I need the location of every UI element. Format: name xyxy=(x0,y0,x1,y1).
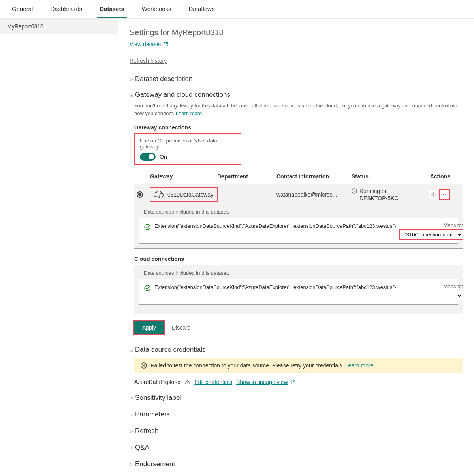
gateway-status: Running on DESKTOP-5KC xyxy=(359,187,415,202)
gateway-settings-button[interactable] xyxy=(429,190,438,199)
triangle-right-icon: ▷ xyxy=(130,77,133,82)
external-link-icon xyxy=(290,379,296,385)
ds-included-label: Data sources included in this dataset: xyxy=(144,209,463,215)
section-refresh-label: Refresh xyxy=(135,427,159,435)
page-title: Settings for MyReport0310 xyxy=(130,28,463,37)
triangle-down-icon: ◿ xyxy=(130,347,133,352)
tab-datasets[interactable]: Datasets xyxy=(97,6,127,18)
section-qna-label: Q&A xyxy=(135,444,149,452)
toggle-state: On xyxy=(160,154,167,160)
main-content: Settings for MyReport0310 View dataset R… xyxy=(118,19,474,476)
section-credentials[interactable]: ◿ Data source credentials xyxy=(130,346,463,354)
gateway-radio[interactable] xyxy=(137,191,143,198)
apply-button[interactable]: Apply xyxy=(134,321,164,334)
check-circle-icon xyxy=(144,224,150,230)
refresh-history-link[interactable]: Refresh history xyxy=(130,58,167,64)
gateway-toggle[interactable] xyxy=(140,153,156,161)
cloud-ds-included-label: Data sources included in this dataset: xyxy=(144,270,463,276)
section-refresh[interactable]: ▷ Refresh xyxy=(130,427,463,435)
cloud-maps-to-label: Maps to: xyxy=(444,283,463,289)
show-lineage-link[interactable]: Show in lineage view xyxy=(236,379,296,385)
gateway-table: Gateway Department Contact information S… xyxy=(134,170,463,249)
section-qna[interactable]: ▷ Q&A xyxy=(130,444,463,452)
cloud-gateway-icon xyxy=(153,190,164,199)
col-contact: Contact information xyxy=(276,173,352,180)
cloud-datasource-box: Extension{"extensionDataSourceKind":"Azu… xyxy=(139,279,458,305)
gateway-connections-heading: Gateway connections xyxy=(134,124,463,131)
tab-general[interactable]: General xyxy=(9,6,35,18)
sidebar-item-myreport[interactable]: MyReport0310 xyxy=(0,19,118,34)
gateway-contact: watanabeaiko@micros... xyxy=(276,191,352,198)
gateway-row: 0310DataGateway watanabeaiko@micros... R… xyxy=(134,184,463,206)
section-sensitivity[interactable]: ▷ Sensitivity label xyxy=(130,394,463,402)
triangle-right-icon: ▷ xyxy=(130,445,133,450)
warning-learn-more-link[interactable]: Learn more xyxy=(345,362,374,369)
warning-text: Failed to test the connection to your da… xyxy=(151,362,344,369)
section-sensitivity-label: Sensitivity label xyxy=(135,394,181,402)
section-credentials-label: Data source credentials xyxy=(135,346,206,354)
credential-source-row: AzureDataExplorer Edit credentials Show … xyxy=(134,379,463,385)
discard-button[interactable]: Discard xyxy=(172,324,190,331)
gateway-expand-button[interactable] xyxy=(440,190,449,199)
maps-to-select[interactable]: 0310Connection-name xyxy=(400,230,463,239)
chevron-down-icon xyxy=(442,192,447,197)
triangle-right-icon: ▷ xyxy=(130,462,133,467)
credentials-warning: Failed to test the connection to your da… xyxy=(134,358,463,373)
svg-point-1 xyxy=(433,194,434,195)
gateway-help-text: You don't need a gateway for this datase… xyxy=(134,102,463,117)
external-link-icon xyxy=(164,42,168,47)
section-gateway-label: Gateway and cloud connections xyxy=(135,91,230,99)
cloud-connections-heading: Cloud connections xyxy=(134,256,463,262)
gear-icon xyxy=(431,192,436,197)
sidebar: MyReport0310 xyxy=(0,19,118,476)
error-icon xyxy=(141,362,147,369)
section-description[interactable]: ▷ Dataset description xyxy=(130,75,463,83)
section-endorsement[interactable]: ▷ Endorsement xyxy=(130,460,463,468)
section-parameters-label: Parameters xyxy=(135,410,170,418)
section-gateway[interactable]: ◿ Gateway and cloud connections xyxy=(130,91,463,99)
view-dataset-link[interactable]: View dataset xyxy=(130,41,168,47)
view-dataset-label: View dataset xyxy=(130,41,161,47)
learn-more-link[interactable]: Learn more xyxy=(176,111,202,116)
check-circle-icon xyxy=(144,285,150,291)
toggle-label: Use an On-premises or VNet data gateway xyxy=(140,138,235,150)
credential-source-name: AzureDataExplorer xyxy=(134,379,181,385)
warning-triangle-icon xyxy=(185,379,190,385)
datasource-box: Extension{"extensionDataSourceKind":"Azu… xyxy=(139,218,458,244)
status-check-icon xyxy=(352,188,357,194)
tab-dashboards[interactable]: Dashboards xyxy=(48,6,85,18)
tabs-bar: General Dashboards Datasets Workbooks Da… xyxy=(0,0,474,19)
col-gateway: Gateway xyxy=(150,173,217,180)
gateway-name-cell[interactable]: 0310DataGateway xyxy=(150,188,217,201)
triangle-down-icon: ◿ xyxy=(130,92,133,97)
maps-to-label: Maps to: xyxy=(444,222,463,228)
triangle-right-icon: ▷ xyxy=(130,429,133,434)
cloud-maps-to-select[interactable] xyxy=(400,291,463,300)
triangle-right-icon: ▷ xyxy=(130,412,133,417)
gateway-name: 0310DataGateway xyxy=(167,191,213,198)
cloud-datasource-text: Extension{"extensionDataSourceKind":"Azu… xyxy=(154,283,396,291)
col-status: Status xyxy=(352,173,415,180)
triangle-right-icon: ▷ xyxy=(130,395,133,401)
col-department: Department xyxy=(217,173,276,180)
col-actions: Actions xyxy=(415,173,450,180)
gateway-toggle-box: Use an On-premises or VNet data gateway … xyxy=(134,134,241,165)
tab-workbooks[interactable]: Workbooks xyxy=(139,6,174,18)
section-description-label: Dataset description xyxy=(135,75,193,83)
section-endorsement-label: Endorsement xyxy=(135,460,175,468)
datasource-text: Extension{"extensionDataSourceKind":"Azu… xyxy=(154,222,396,230)
edit-credentials-link[interactable]: Edit credentials xyxy=(194,379,232,385)
section-parameters[interactable]: ▷ Parameters xyxy=(130,410,463,418)
tab-dataflows[interactable]: Dataflows xyxy=(186,6,217,18)
